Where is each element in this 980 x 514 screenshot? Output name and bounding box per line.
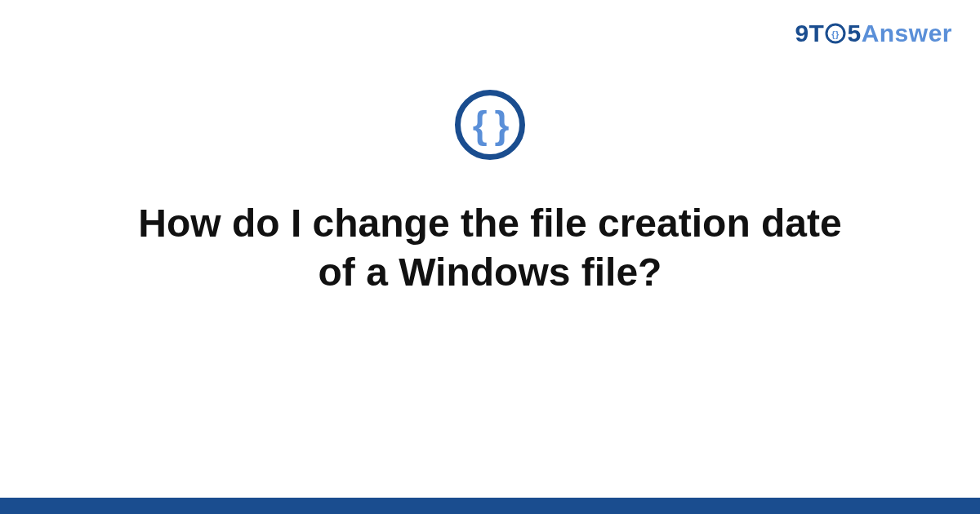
brand-o-icon: {} <box>825 23 846 44</box>
brand-answer: Answer <box>862 20 952 47</box>
code-braces-icon: { } <box>473 106 508 144</box>
footer-bar <box>0 498 980 514</box>
question-title: How do I change the file creation date o… <box>122 199 858 297</box>
brand-t: T <box>809 20 825 47</box>
brand-5: 5 <box>847 20 861 47</box>
main-content: { } How do I change the file creation da… <box>0 90 980 297</box>
site-brand: 9T {} 5Answer <box>795 20 952 47</box>
brand-9: 9 <box>795 20 808 47</box>
topic-icon-circle: { } <box>455 90 525 160</box>
svg-text:{}: {} <box>832 29 840 39</box>
